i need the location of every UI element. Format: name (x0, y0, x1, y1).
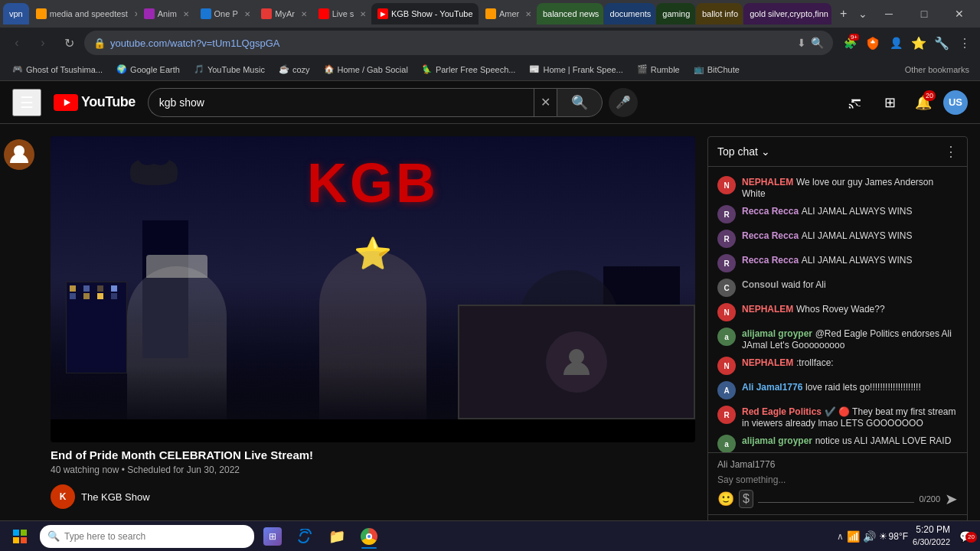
tray-weather[interactable]: ☀ 98°F (879, 531, 908, 542)
yt-avatar[interactable]: US (943, 90, 968, 115)
taskbar-app-widgets[interactable]: ⊞ (257, 523, 288, 550)
tray-up-arrow[interactable]: ∧ (837, 531, 844, 542)
reload-button[interactable]: ↻ (58, 32, 80, 54)
bookmark-ytmusic[interactable]: 🎵 YouTube Music (188, 63, 271, 76)
brave-icon[interactable] (864, 34, 882, 52)
search-in-page-icon[interactable]: 🔍 (811, 37, 824, 49)
bookmark-parler-icon: 🦜 (422, 64, 433, 74)
chat-content-5: NEPHALEM Whos Rovey Wade?? (742, 303, 958, 315)
chat-char-count: 0/200 (919, 494, 940, 504)
chat-username-10[interactable]: alijamal groyper (742, 435, 812, 446)
yt-mic-button[interactable]: 🎤 (609, 88, 638, 117)
tab-new[interactable]: + (832, 3, 854, 24)
back-button[interactable]: ‹ (6, 32, 28, 54)
download-icon[interactable]: ⬇ (797, 37, 806, 49)
chat-superchat-button[interactable]: $ (739, 490, 753, 508)
video-player[interactable]: KGB ⭐ (51, 136, 695, 442)
bookmark-parler[interactable]: 🦜 Parler Free Speech... (416, 63, 522, 76)
tab-balanced-label: balanced news (543, 9, 599, 18)
tab-media[interactable]: media and speedtest ✕ (30, 3, 137, 24)
extensions-toolbar[interactable]: 🔧 (933, 34, 951, 52)
tab-anim[interactable]: Anim ✕ (138, 3, 194, 24)
start-button[interactable] (3, 523, 37, 550)
tab-anim-close[interactable]: ✕ (183, 10, 189, 18)
chat-emoji-button[interactable]: 🙂 (717, 491, 734, 507)
settings-icon[interactable]: ⋮ (956, 34, 974, 52)
bookmark-cozy-icon: ☕ (279, 64, 289, 74)
tab-myar-close[interactable]: ✕ (301, 10, 307, 18)
chat-title[interactable]: Top chat ⌄ (717, 145, 770, 158)
tab-vpn[interactable]: vpn (3, 3, 29, 24)
chat-avatar-8: A (717, 381, 736, 399)
tab-list-icon[interactable]: ⌄ (855, 6, 871, 21)
taskbar-app-chrome[interactable] (354, 523, 384, 550)
extensions-icon[interactable]: 🧩 9+ (841, 34, 859, 52)
bookmark-gab[interactable]: 🏠 Home / Gab Social (318, 63, 414, 76)
bookmarks-bar: 🎮 Ghost of Tsushima... 🌍 Google Earth 🎵 … (0, 58, 980, 81)
taskbar-search-box[interactable]: 🔍 (40, 525, 254, 548)
bookmark-earth[interactable]: 🌍 Google Earth (110, 63, 186, 76)
channel-avatar[interactable] (4, 139, 34, 170)
chat-username-7[interactable]: NEPHALEM (742, 357, 793, 368)
tab-ballot[interactable]: ballot info (696, 3, 743, 24)
bookmark-earth-icon: 🌍 (116, 64, 127, 74)
maximize-button[interactable]: □ (906, 0, 942, 28)
bookmark-ghost[interactable]: 🎮 Ghost of Tsushima... (6, 63, 109, 76)
bookmark-bitchute[interactable]: 📺 BitChute (688, 63, 746, 76)
tab-overflow[interactable]: ⌄ (855, 6, 871, 21)
notification-center-button[interactable]: 💬 20 (955, 530, 977, 543)
taskbar-app-explorer[interactable]: 📁 (322, 523, 352, 550)
tab-balanced[interactable]: balanced news (537, 3, 603, 24)
forward-button[interactable]: › (32, 32, 54, 54)
taskbar-clock[interactable]: 5:20 PM 6/30/2022 (913, 523, 950, 548)
yt-search-clear[interactable]: ✕ (534, 88, 557, 117)
accounts-icon[interactable]: 👤 (887, 34, 905, 52)
chat-username-9[interactable]: Red Eagle Politics (742, 406, 822, 417)
bookmark-rumble[interactable]: 🎬 Rumble (631, 63, 686, 76)
yt-search-button[interactable]: 🔍 (557, 88, 603, 117)
close-button[interactable]: ✕ (942, 0, 977, 28)
chat-options-button[interactable]: ⋮ (944, 143, 958, 160)
tab-documents[interactable]: documents (604, 3, 656, 24)
tab-gold[interactable]: gold silver,crypto,finn (743, 3, 831, 24)
chat-msg-10: a alijamal groyper notice us ALI JAMAL L… (708, 432, 967, 452)
chat-username-4[interactable]: Consoul (742, 279, 779, 290)
yt-cast-button[interactable] (842, 89, 870, 116)
chat-text-input[interactable] (758, 496, 915, 503)
tab-one-close[interactable]: ✕ (244, 10, 250, 18)
bookmark-cozy[interactable]: ☕ cozy (273, 63, 316, 76)
tab-lives-close[interactable]: ✕ (360, 10, 366, 18)
channel-name[interactable]: The KGB Show (81, 491, 150, 503)
tray-volume-icon[interactable]: 🔊 (863, 530, 876, 543)
bookmark-icon[interactable]: ⭐ (910, 34, 928, 52)
taskbar-app-edge[interactable] (289, 523, 320, 550)
chat-username-3[interactable]: Recca Recca (742, 255, 799, 266)
taskbar-search-input[interactable] (64, 531, 247, 542)
chat-username-1[interactable]: Recca Recca (742, 206, 799, 217)
yt-apps-button[interactable]: ⊞ (876, 89, 903, 116)
chat-username-6[interactable]: alijamal groyper (742, 328, 812, 339)
yt-menu-button[interactable]: ☰ (12, 89, 41, 116)
chat-send-button[interactable]: ➤ (945, 490, 958, 508)
tab-amer-close[interactable]: ✕ (525, 10, 531, 18)
yt-logo[interactable]: YouTube (54, 94, 136, 111)
tray-network-icon[interactable]: 📶 (847, 530, 860, 543)
chat-username-8[interactable]: Ali Jamal1776 (742, 382, 802, 393)
tab-lives[interactable]: Live s ✕ (312, 3, 371, 24)
tab-gaming[interactable]: gaming (656, 3, 695, 24)
tab-one[interactable]: One P ✕ (194, 3, 255, 24)
chat-username-2[interactable]: Recca Recca (742, 230, 799, 241)
address-bar[interactable]: 🔒 youtube.com/watch?v=tUm1LQgspGA ⬇ 🔍 (84, 31, 833, 55)
bookmarks-more[interactable]: Other bookmarks (900, 64, 974, 76)
chat-username-5[interactable]: NEPHALEM (742, 304, 793, 315)
bookmark-frank[interactable]: 📰 Home | Frank Spee... (523, 63, 629, 76)
yt-search-input[interactable] (148, 88, 534, 117)
tab-amer[interactable]: Amer ✕ (479, 3, 536, 24)
chat-username-0[interactable]: NEPHALEM (742, 177, 793, 187)
tab-myar[interactable]: MyAr ✕ (255, 3, 311, 24)
tab-media-close[interactable]: ✕ (134, 10, 137, 18)
minimize-button[interactable]: ─ (871, 0, 906, 28)
pip-video[interactable] (458, 305, 695, 419)
yt-notifications-button[interactable]: 🔔 20 (910, 89, 937, 116)
tab-youtube-active[interactable]: ▶ KGB Show - YouTube ✕ (371, 3, 479, 24)
